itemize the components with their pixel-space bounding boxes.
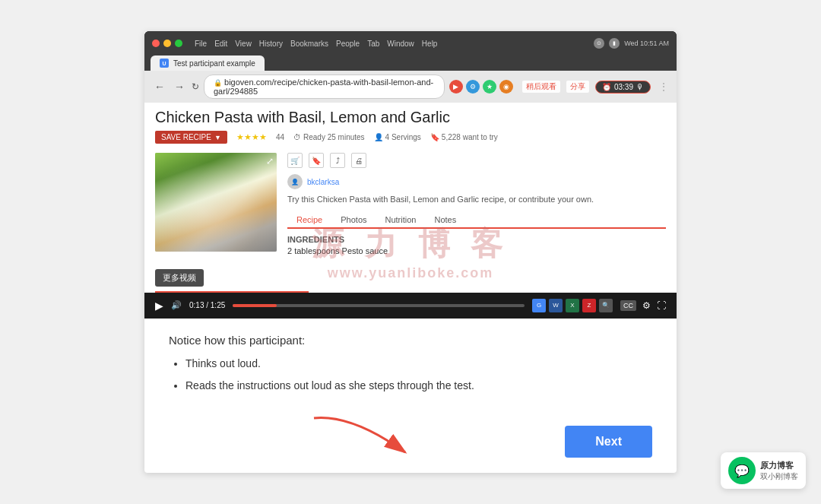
volume-button[interactable]: 🔊 (171, 300, 182, 310)
menu-bookmarks[interactable]: Bookmarks (290, 40, 328, 48)
nav-back-button[interactable]: ← (152, 81, 167, 93)
cart-icon[interactable]: 🛒 (287, 153, 303, 168)
author-name[interactable]: bkclarksa (307, 178, 339, 186)
timer-icon: ⏰ (602, 83, 611, 91)
recipe-description: Try this Chicken Pasta with Basil, Lemon… (287, 194, 666, 205)
recipe-ingredient: INGREDIENTS 2 tablespoons Pesto sauce (287, 235, 666, 255)
timer-badge: ⏰ 03:39 🎙 (595, 81, 651, 94)
menu-edit[interactable]: Edit (214, 40, 227, 48)
time-display: 0:13 / 1:25 (189, 301, 225, 309)
recipe-stars: ★★★★ (236, 132, 267, 142)
wechat-name: 原力博客 (760, 460, 798, 471)
browser-frame: File Edit View History Bookmarks People … (144, 31, 677, 318)
later-watch-label: 稍后观看 (522, 81, 560, 93)
recipe-tab-recipe[interactable]: Recipe (287, 212, 331, 229)
bullet-list: Thinks out loud. Reads the instructions … (169, 356, 652, 394)
excel-icon[interactable]: X (566, 299, 579, 312)
system-icon-wifi: ⊙ (594, 38, 604, 49)
more-video-area: 更多视频 (144, 262, 677, 293)
browser-tabs-area: U Test participant example (144, 55, 677, 71)
bookmark-action-icon[interactable]: 🔖 (309, 153, 324, 168)
recipe-info-area: 🛒 🔖 ⤴ 🖨 👤 bkclarksa Try this Chicken Pas… (287, 153, 666, 255)
menu-history[interactable]: History (259, 40, 283, 48)
recipe-tab-notes[interactable]: Notes (425, 212, 465, 227)
settings-icon[interactable]: ⚙ (642, 300, 651, 311)
zoom-icon[interactable]: Z (582, 299, 596, 312)
recipe-meta-row: SAVE RECIPE ▼ ★★★★ 44 ⏱ Ready 25 minutes… (155, 131, 666, 144)
word-icon[interactable]: W (549, 299, 563, 312)
ext-icon-4[interactable]: ◉ (499, 80, 513, 94)
system-time: Wed 10:51 AM (624, 40, 669, 47)
menu-window[interactable]: Window (387, 40, 414, 48)
recipe-tabs: Recipe Photos Nutrition Notes (287, 212, 666, 229)
menu-help[interactable]: Help (422, 40, 438, 48)
recipe-page: Chicken Pasta with Basil, Lemon and Garl… (144, 103, 677, 318)
wechat-logo: 💬 (734, 464, 750, 478)
timer-mic-icon: 🎙 (636, 83, 644, 91)
bullet-item-2: Reads the instructions out loud as she s… (185, 378, 652, 394)
url-bar[interactable]: 🔒 bigoven.com/recipe/chicken-pasta-with-… (204, 74, 445, 99)
browser-ext-icons: ▶ ⚙ ★ ◉ (449, 80, 513, 94)
video-progress-fill (233, 304, 277, 307)
play-button[interactable]: ▶ (155, 300, 163, 312)
want-to-try: 🔖 5,228 want to try (430, 133, 498, 141)
ingredients-heading: INGREDIENTS (287, 235, 666, 244)
recipe-image-area: ⤢ (155, 153, 277, 255)
maximize-dot[interactable] (175, 40, 182, 47)
more-options-icon[interactable]: ⋮ (658, 81, 669, 93)
next-button[interactable]: Next (565, 426, 652, 458)
nav-forward-button[interactable]: → (172, 81, 187, 93)
recipe-content-row: ⤢ 🛒 🔖 ⤴ 🖨 👤 bkclarksa (144, 153, 677, 261)
servings-icon: 👤 (374, 133, 383, 141)
print-action-icon[interactable]: 🖨 (351, 153, 366, 168)
menu-people[interactable]: People (336, 40, 360, 48)
bottom-content: Notice how this participant: Thinks out … (144, 319, 677, 418)
wechat-text: 原力博客 双小刚博客 (760, 460, 798, 482)
red-arrow-icon (306, 410, 428, 464)
arrow-next-area: Next (144, 418, 677, 473)
ext-icon-1[interactable]: ▶ (449, 80, 463, 94)
cc-button[interactable]: CC (620, 300, 636, 311)
menu-view[interactable]: View (235, 40, 252, 48)
menu-tab[interactable]: Tab (367, 40, 379, 48)
close-dot[interactable] (152, 40, 160, 47)
more-video-button[interactable]: 更多视频 (155, 269, 204, 287)
ext-icon-2[interactable]: ⚙ (466, 80, 480, 94)
share-label: 分享 (566, 81, 589, 93)
share-action-icon[interactable]: ⤴ (330, 153, 345, 168)
recipe-page-title: Chicken Pasta with Basil, Lemon and Garl… (155, 109, 666, 126)
main-card: File Edit View History Bookmarks People … (144, 31, 677, 472)
recipe-tab-photos[interactable]: Photos (331, 212, 376, 227)
video-progress-bar[interactable] (233, 304, 525, 307)
video-player-bar: ▶ 🔊 0:13 / 1:25 G W X Z 🔍 C (144, 293, 677, 319)
ssl-lock-icon: 🔒 (214, 79, 222, 87)
system-icon-battery: ▮ (609, 38, 620, 49)
ext-icon-3[interactable]: ★ (483, 80, 496, 94)
ingredient-item: 2 tablespoons Pesto sauce (287, 246, 666, 255)
wechat-badge: 💬 原力博客 双小刚博客 (721, 452, 806, 489)
page-container: File Edit View History Bookmarks People … (0, 0, 821, 504)
finder-icon[interactable]: 🔍 (599, 299, 613, 312)
ready-time: ⏱ Ready 25 minutes (293, 133, 365, 141)
author-row: 👤 bkclarksa (287, 174, 666, 189)
fullscreen-icon[interactable]: ⛶ (657, 300, 666, 311)
author-avatar: 👤 (287, 174, 303, 189)
tab-favicon: U (160, 59, 169, 68)
browser-tab-active[interactable]: U Test participant example (151, 55, 265, 71)
url-text: bigoven.com/recipe/chicken-pasta-with-ba… (214, 78, 433, 96)
minimize-dot[interactable] (163, 40, 171, 47)
reload-button[interactable]: ↻ (192, 81, 199, 92)
recipe-action-icons: 🛒 🔖 ⤴ 🖨 (287, 153, 666, 168)
browser-tab-title: Test participant example (173, 59, 255, 68)
recipe-tab-nutrition[interactable]: Nutrition (376, 212, 426, 227)
taskbar-icons: G W X Z 🔍 (532, 299, 613, 312)
bullet-item-1: Thinks out loud. (185, 356, 652, 372)
image-expand-icon: ⤢ (266, 156, 274, 166)
browser-topbar: File Edit View History Bookmarks People … (144, 31, 677, 55)
browser-dots (152, 40, 182, 47)
chrome-icon[interactable]: G (532, 299, 546, 312)
menu-file[interactable]: File (195, 40, 207, 48)
save-recipe-button[interactable]: SAVE RECIPE ▼ (155, 131, 227, 144)
wechat-icon: 💬 (728, 457, 756, 484)
save-recipe-label: SAVE RECIPE (161, 133, 211, 141)
